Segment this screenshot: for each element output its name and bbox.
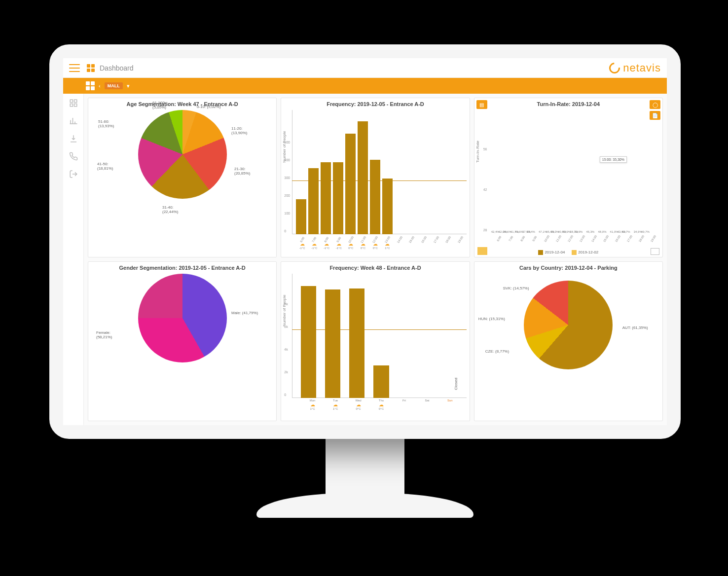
menu-icon[interactable] xyxy=(69,64,80,72)
x-tick: 7:00 xyxy=(505,234,517,247)
x-tick: 14:00 xyxy=(588,234,600,247)
expand-button[interactable]: ◯ xyxy=(650,100,660,109)
bar xyxy=(373,365,389,398)
filter-strip: ‹ MALL ▾ xyxy=(63,78,667,94)
grid-nav-icon[interactable] xyxy=(69,99,78,108)
panel-title: Gender Segmentation: 2019-12-05 - Entran… xyxy=(92,265,272,271)
panel-title: Age Segmentation: Week 47 - Entrance A-D xyxy=(92,101,272,107)
panel-title: Frequency: 2019-12-05 - Entrance A-D xyxy=(285,101,465,107)
chart-type-button[interactable]: ▤ xyxy=(476,100,487,109)
stats-nav-icon[interactable] xyxy=(69,116,78,125)
y-tick: 6k xyxy=(284,325,288,328)
panel-cars-by-country: Cars by Country: 2019-12-04 - Parking AU… xyxy=(474,261,663,421)
pie-label: 21-30: (20,85%) xyxy=(234,167,250,176)
monitor-stand-base xyxy=(256,493,473,518)
x-tick: 17:00 xyxy=(430,235,442,257)
panel-gender-segmentation: Gender Segmentation: 2019-12-05 - Entran… xyxy=(88,261,277,421)
bar xyxy=(308,168,319,234)
x-tick: Sat xyxy=(416,399,438,421)
x-tick: 9:00 xyxy=(529,234,541,247)
x-tick: 13:00☁1°C xyxy=(381,235,394,257)
monitor-frame: Dashboard netavis ‹ MALL ▾ Age Segment xyxy=(49,44,681,439)
pie-label: Male: (41,79%) xyxy=(231,311,258,316)
x-tick: 18:00 xyxy=(442,235,454,257)
mall-pill[interactable]: MALL xyxy=(105,82,123,89)
download-nav-icon[interactable] xyxy=(69,134,78,143)
y-tick: 8k xyxy=(284,302,288,306)
x-ticks: 6:00☁-1°C7:00☁-1°C8:00☁-1°C9:00☁-1°C10:0… xyxy=(296,235,466,257)
logout-nav-icon[interactable] xyxy=(69,170,78,179)
y-tick: 0 xyxy=(284,229,286,233)
phone-nav-icon[interactable] xyxy=(69,152,78,161)
x-tick: 17:00 xyxy=(624,234,636,247)
bar xyxy=(321,162,331,234)
x-tick: 15:00 xyxy=(405,235,418,257)
dashboard-icon[interactable] xyxy=(87,64,95,72)
x-tick: 19:00 xyxy=(454,235,467,257)
x-tick: 15:00 xyxy=(600,234,612,247)
bar xyxy=(358,121,368,234)
pie-label: 0-10: (5,02%) xyxy=(197,105,220,109)
y-tick: 200 xyxy=(284,194,290,197)
monitor-stand-neck xyxy=(326,434,404,503)
y-tick: 42 xyxy=(483,188,487,191)
panel-age-segmentation: Age Segmentation: Week 47 - Entrance A-D… xyxy=(88,98,277,257)
y-tick: 4k xyxy=(284,348,288,351)
fullscreen-icon[interactable] xyxy=(651,248,659,255)
x-tick: 19:00 xyxy=(648,234,659,247)
topbar: Dashboard netavis xyxy=(63,58,667,78)
closed-label: Closed xyxy=(454,378,459,390)
bar xyxy=(345,134,356,234)
bar xyxy=(333,162,343,234)
panel-title: Turn-In-Rate: 2019-12-04 xyxy=(478,101,658,107)
x-ticks: Mon☁1°CTue☁1°CWed☁0°CThu☁0°CFriSatSun xyxy=(296,399,466,421)
svg-rect-2 xyxy=(70,104,73,107)
x-tick: 10:00☁0°C xyxy=(345,235,357,257)
x-ticks: 6:007:008:009:0010:0011:0012:0013:0014:0… xyxy=(493,234,659,247)
brand-logo-icon xyxy=(607,60,622,75)
x-tick: 8:00☁-1°C xyxy=(321,235,333,257)
pie-label: CZE: (8,77%) xyxy=(485,350,509,354)
pie-label: 41-50: (18,81%) xyxy=(97,162,113,171)
x-tick: 6:00 xyxy=(493,234,505,247)
bar xyxy=(382,179,393,234)
pie-gender xyxy=(138,274,227,362)
legend-item[interactable]: 2019-12-04 xyxy=(538,250,565,255)
panel-title: Cars by Country: 2019-12-04 - Parking xyxy=(478,265,658,271)
pie-label: 31-40: (22,44%) xyxy=(162,206,178,215)
x-tick: Mon☁1°C xyxy=(301,399,324,421)
brand: netavis xyxy=(609,62,661,74)
page-title: Dashboard xyxy=(100,64,134,72)
y-axis xyxy=(292,110,292,234)
pie-label: AUT: (61,35%) xyxy=(622,326,648,330)
y-axis-label: Turn-In-Rate xyxy=(475,141,480,163)
x-tick: 9:00☁-1°C xyxy=(332,235,345,257)
bar xyxy=(370,160,380,234)
y-tick: 0 xyxy=(284,393,286,396)
layout-icon[interactable] xyxy=(86,81,95,90)
y-tick: 400 xyxy=(284,158,290,162)
panel-title: Frequency: Week 48 - Entrance A-D xyxy=(285,265,465,271)
y-tick: 500 xyxy=(284,141,290,144)
y-tick: 100 xyxy=(284,212,290,215)
x-tick: 16:00 xyxy=(612,234,624,247)
pie-label: SVK: (14,57%) xyxy=(503,287,529,291)
panel-frequency-day: Frequency: 2019-12-05 - Entrance A-D Num… xyxy=(281,98,470,257)
pie-label: Female: (58,21%) xyxy=(96,331,112,340)
pie-label: 51-60: (13,93%) xyxy=(98,120,114,129)
svg-rect-3 xyxy=(74,104,76,107)
panel-turn-in-rate: ▤ ◯ 📄 Turn-In-Rate: 2019-12-04 Turn-In-R… xyxy=(474,98,663,257)
pie-age xyxy=(138,110,227,199)
bar xyxy=(301,286,316,398)
x-tick: 6:00☁-1°C xyxy=(296,235,308,257)
chart-slider[interactable] xyxy=(477,247,487,255)
dashboard-grid: Age Segmentation: Week 47 - Entrance A-D… xyxy=(84,94,667,425)
pie-label: 61-100: (5,05%) xyxy=(152,101,166,110)
chevron-down-icon[interactable]: ▾ xyxy=(127,83,130,89)
svg-rect-1 xyxy=(74,100,76,102)
legend-item[interactable]: 2019-12-02 xyxy=(572,250,598,255)
x-tick: 12:00 xyxy=(564,234,576,247)
brand-name: netavis xyxy=(623,62,661,74)
x-tick: 18:00 xyxy=(636,234,648,247)
panel-frequency-week: Frequency: Week 48 - Entrance A-D Number… xyxy=(281,261,470,421)
